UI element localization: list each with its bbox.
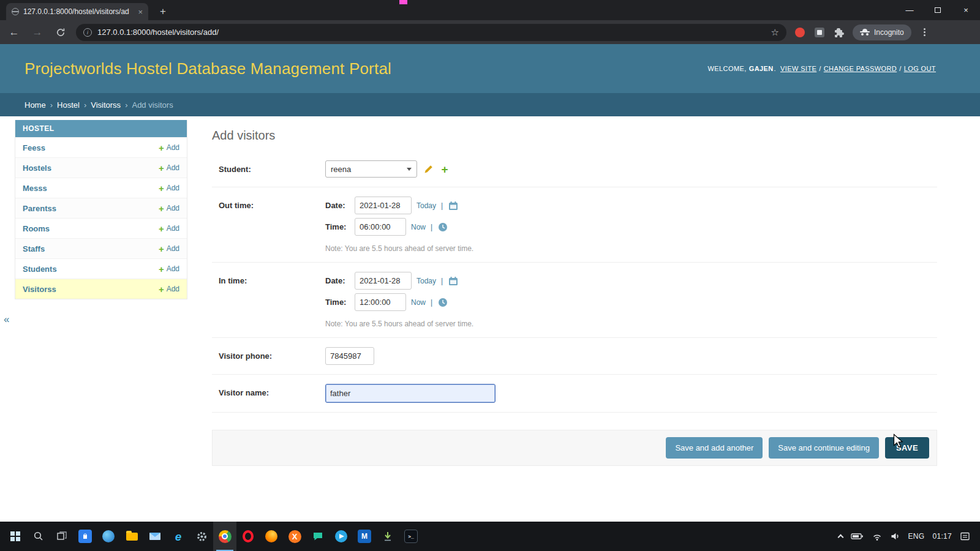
action-center-icon[interactable] <box>960 531 970 541</box>
mail-icon <box>149 533 160 540</box>
sidebar-link-visitorss[interactable]: Visitorss <box>23 285 56 294</box>
extension-badge-icon[interactable] <box>813 26 826 39</box>
new-tab-button[interactable]: + <box>156 4 170 19</box>
view-site-link[interactable]: VIEW SITE <box>780 65 816 72</box>
clock-icon[interactable] <box>437 297 448 308</box>
add-label: Add <box>167 285 179 293</box>
sidebar-link-students[interactable]: Students <box>23 264 57 274</box>
submit-row: Save and add another Save and continue e… <box>212 430 937 466</box>
battery-icon[interactable] <box>851 532 864 541</box>
sidebar-add-feess[interactable]: +Add <box>159 143 179 152</box>
xampp-app-button[interactable]: X <box>283 522 306 551</box>
breadcrumb-separator: › <box>50 100 53 110</box>
browser-menu-icon[interactable] <box>919 26 931 39</box>
sidebar-link-rooms[interactable]: Rooms <box>23 224 50 233</box>
sidebar-link-staffs[interactable]: Staffs <box>23 244 45 253</box>
internet-explorer-button[interactable]: e <box>167 522 190 551</box>
store-app-button[interactable] <box>74 522 97 551</box>
url-text[interactable]: 127.0.0.1:8000/hostel/visitors/add/ <box>97 28 766 37</box>
file-explorer-button[interactable] <box>120 522 143 551</box>
student-label: Student: <box>219 160 325 174</box>
sidebar-link-hostels[interactable]: Hostels <box>23 163 51 173</box>
address-bar[interactable]: i 127.0.0.1:8000/hostel/visitors/add/ ☆ <box>76 24 786 41</box>
sidebar-add-hostels[interactable]: +Add <box>159 163 179 173</box>
settings-app-button[interactable] <box>190 522 213 551</box>
sidebar-add-rooms[interactable]: +Add <box>159 224 179 233</box>
forward-button[interactable]: → <box>29 24 45 40</box>
form-row-student: Student: reena + <box>212 151 937 187</box>
in-time-input[interactable] <box>355 293 406 311</box>
adblock-extension-icon[interactable] <box>794 26 806 39</box>
xampp-icon: X <box>288 530 301 543</box>
opera-app-button[interactable] <box>236 522 260 551</box>
out-time-now-link[interactable]: Now <box>411 223 426 231</box>
network-wifi-icon[interactable] <box>872 532 883 541</box>
window-close-button[interactable]: × <box>952 0 980 20</box>
separator-slash: / <box>819 65 821 72</box>
add-student-icon[interactable]: + <box>439 163 450 174</box>
site-info-icon[interactable]: i <box>83 28 92 37</box>
sidebar-add-staffs[interactable]: +Add <box>159 244 179 253</box>
m-app-button[interactable]: M <box>353 522 376 551</box>
sidebar-link-feess[interactable]: Feess <box>23 143 45 152</box>
chrome-app-button[interactable] <box>213 522 236 551</box>
clock[interactable]: 01:17 <box>932 532 952 541</box>
sidebar-add-visitorss[interactable]: +Add <box>159 285 179 294</box>
plus-icon: + <box>159 285 164 294</box>
sidebar-add-students[interactable]: +Add <box>159 264 179 274</box>
calendar-icon[interactable] <box>448 276 459 287</box>
in-date-today-link[interactable]: Today <box>417 277 436 285</box>
window-maximize-button[interactable] <box>924 0 952 20</box>
visitor-phone-input[interactable] <box>325 347 374 365</box>
taskbar-search-button[interactable] <box>27 522 50 551</box>
out-date-input[interactable] <box>355 197 412 214</box>
bookmark-star-icon[interactable]: ☆ <box>771 27 779 38</box>
back-button[interactable]: ← <box>6 24 22 40</box>
change-password-link[interactable]: CHANGE PASSWORD <box>824 65 897 72</box>
out-time-input[interactable] <box>355 218 406 236</box>
download-manager-button[interactable] <box>376 522 399 551</box>
sidebar-link-messs[interactable]: Messs <box>23 184 47 193</box>
sidebar-link-parentss[interactable]: Parentss <box>23 204 56 213</box>
student-select[interactable]: reena <box>325 160 417 178</box>
tray-chevron-icon[interactable] <box>837 534 843 541</box>
breadcrumb-hostel[interactable]: Hostel <box>57 100 80 110</box>
visitor-name-input[interactable] <box>325 384 496 403</box>
save-button[interactable]: SAVE <box>885 437 929 459</box>
window-minimize-button[interactable]: — <box>895 0 924 20</box>
in-time-now-link[interactable]: Now <box>411 298 426 307</box>
clock-icon[interactable] <box>437 222 448 233</box>
browser-tab[interactable]: 127.0.0.1:8000/hostel/visitors/ad × <box>6 3 148 20</box>
log-out-link[interactable]: LOG OUT <box>904 65 936 72</box>
save-and-add-another-button[interactable]: Save and add another <box>666 437 763 459</box>
telegram-app-button[interactable] <box>330 522 353 551</box>
tab-title: 127.0.0.1:8000/hostel/visitors/ad <box>23 7 134 16</box>
sidebar-collapse-toggle[interactable]: « <box>4 313 9 326</box>
breadcrumb-visitorss[interactable]: Visitorss <box>91 100 121 110</box>
site-title[interactable]: Projectworlds Hostel Database Management… <box>24 59 391 78</box>
task-view-button[interactable] <box>50 522 74 551</box>
sidebar-add-messs[interactable]: +Add <box>159 184 179 193</box>
in-date-input[interactable] <box>355 272 412 290</box>
mail-app-button[interactable] <box>143 522 167 551</box>
language-indicator[interactable]: ENG <box>908 532 925 541</box>
sidebar-section-title[interactable]: HOSTEL <box>15 120 187 137</box>
volume-icon[interactable] <box>891 532 900 541</box>
select-dropdown-arrow-icon <box>407 168 412 171</box>
firefox-app-button[interactable] <box>260 522 283 551</box>
chat-app-button[interactable] <box>306 522 330 551</box>
extensions-puzzle-icon[interactable] <box>833 26 845 39</box>
edge-app-button[interactable] <box>97 522 120 551</box>
out-date-today-link[interactable]: Today <box>417 201 436 210</box>
calendar-icon[interactable] <box>448 200 459 211</box>
command-prompt-button[interactable]: >_ <box>399 522 423 551</box>
edit-student-icon[interactable] <box>423 163 434 174</box>
add-label: Add <box>167 163 179 172</box>
refresh-button[interactable] <box>53 24 69 40</box>
tab-close-icon[interactable]: × <box>138 8 143 16</box>
sidebar-add-parentss[interactable]: +Add <box>159 204 179 213</box>
start-button[interactable] <box>4 522 27 551</box>
app-sidebar: HOSTEL Feess +Add Hostels +Add Messs +Ad… <box>15 120 187 299</box>
save-and-continue-button[interactable]: Save and continue editing <box>769 437 879 459</box>
breadcrumb-home[interactable]: Home <box>24 100 46 110</box>
